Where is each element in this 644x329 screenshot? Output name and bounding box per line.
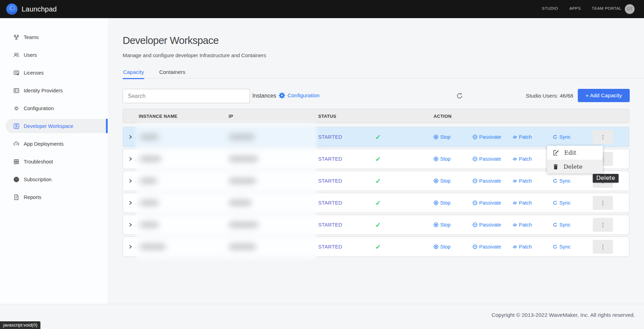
edit-icon [553,150,559,156]
sync-icon [553,200,558,205]
passivate-icon [473,156,477,161]
sync-icon [553,135,558,139]
tab-capacity[interactable]: Capacity [123,66,144,79]
stop-action[interactable]: Stop [434,134,451,140]
teams-icon [13,34,20,40]
patch-icon [512,178,517,183]
sidebar-item-reports[interactable]: Reports [0,188,108,206]
expand-chevron-icon[interactable] [128,156,133,161]
row-menu-kebab-button[interactable]: ⋮ [593,130,613,144]
passivate-icon [473,178,477,183]
patch-icon [512,222,517,227]
page-subtitle: Manage and configure developer Infrastru… [123,52,266,58]
sidebar-item-label: Reports [24,194,41,200]
patch-action[interactable]: Patch [512,156,532,162]
add-capacity-button[interactable]: + Add Capacity [578,89,630,102]
column-header-status: STATUS [318,114,336,119]
passivate-action[interactable]: Passivate [473,222,501,228]
stop-icon [434,135,438,139]
tabs: Capacity Containers [123,66,644,78]
expand-chevron-icon[interactable] [128,200,133,205]
sidebar-item-label: Subscription [24,177,52,182]
expand-chevron-icon[interactable] [128,135,133,139]
users-icon [13,52,20,58]
expand-chevron-icon[interactable] [128,244,133,249]
patch-action[interactable]: Patch [512,178,532,184]
status-badge: STARTED [318,222,342,228]
svg-text:S: S [15,177,18,181]
topnav-studio[interactable]: STUDIO [542,6,558,10]
stop-icon [434,244,438,249]
sync-icon [553,222,558,227]
status-ok-check-icon: ✓ [375,199,381,207]
truncated-name-prefix: .. [135,135,137,139]
menu-item-delete[interactable]: Delete [547,160,603,174]
sidebar-item-licenses[interactable]: Licenses [0,64,108,82]
passivate-action[interactable]: Passivate [473,244,501,250]
topnav-apps[interactable]: APPS [569,6,581,10]
configuration-link-label: Configuration [288,92,320,99]
stop-action[interactable]: Stop [434,156,451,162]
stop-action[interactable]: Stop [434,244,451,250]
patch-action[interactable]: Patch [512,244,532,250]
sidebar-item-developer-workspace[interactable]: Developer Workspace [0,117,108,135]
truncated-name-prefix: .. [135,179,137,183]
brand[interactable]: Launchpad [6,3,57,15]
footer: Copyright © 2013-2022 WaveMaker, Inc. Al… [0,304,644,329]
sync-action[interactable]: Sync [553,134,570,140]
patch-action[interactable]: Patch [512,222,532,228]
search-input[interactable] [123,89,250,103]
row-menu-kebab-button[interactable]: ⋮ [593,240,613,254]
sidebar-item-configuration[interactable]: Configuration [0,99,108,117]
status-ok-check-icon: ✓ [375,155,381,163]
passivate-action[interactable]: Passivate [473,134,501,140]
sync-action[interactable]: Sync [553,178,570,184]
sidebar-item-label: Users [24,52,37,58]
delete-icon [553,164,558,170]
sidebar-item-identity-providers[interactable]: Identity Providers [0,82,108,99]
sidebar-item-teams[interactable]: Teams [0,28,108,46]
instances-label: Instances [252,93,276,99]
stop-icon [434,178,438,183]
refresh-icon[interactable] [456,92,463,100]
sync-action[interactable]: Sync [553,200,570,206]
row-menu-kebab-button[interactable]: ⋮ [593,196,613,210]
sidebar-item-label: App Deployments [24,141,63,147]
passivate-action[interactable]: Passivate [473,156,501,162]
expand-chevron-icon[interactable] [128,178,133,183]
row-menu-kebab-button[interactable]: ⋮ [593,218,613,232]
sidebar-item-troubleshoot[interactable]: Troubleshoot [0,153,108,170]
stop-action[interactable]: Stop [434,222,451,228]
passivate-action[interactable]: Passivate [473,200,501,206]
page-title: Developer Workspace [123,35,219,46]
tab-containers[interactable]: Containers [159,66,186,79]
sidebar-item-users[interactable]: Users [0,46,108,64]
sidebar-item-app-deployments[interactable]: App Deployments [0,135,108,153]
configuration-link[interactable]: Configuration [278,92,320,99]
stop-icon [434,200,438,205]
sidebar-item-label: Configuration [24,106,54,111]
sidebar-item-label: Licenses [24,70,44,76]
status-badge: STARTED [318,156,342,162]
sync-action[interactable]: Sync [553,222,570,228]
sidebar-item-label: Developer Workspace [24,123,73,129]
statusbar-link-preview: javascript:void(0) [0,321,40,329]
sidebar-item-label: Identity Providers [24,88,63,93]
status-ok-check-icon: ✓ [375,177,381,185]
status-badge: STARTED [318,200,342,206]
sidebar-item-label: Troubleshoot [24,159,53,164]
passivate-action[interactable]: Passivate [473,178,501,184]
sync-action[interactable]: Sync [553,244,570,250]
avatar[interactable]: GT [625,4,635,14]
stop-action[interactable]: Stop [434,200,451,206]
stop-action[interactable]: Stop [434,178,451,184]
menu-item-edit[interactable]: Edit [547,146,603,160]
identity-providers-icon [13,87,20,94]
patch-action[interactable]: Patch [512,200,532,206]
status-badge: STARTED [318,134,342,140]
topnav-team-portal[interactable]: TEAM PORTAL [592,6,622,10]
expand-chevron-icon[interactable] [128,222,133,227]
developer-workspace-icon [13,123,20,129]
patch-action[interactable]: Patch [512,134,532,140]
sidebar-item-subscription[interactable]: SSubscription [0,170,108,188]
